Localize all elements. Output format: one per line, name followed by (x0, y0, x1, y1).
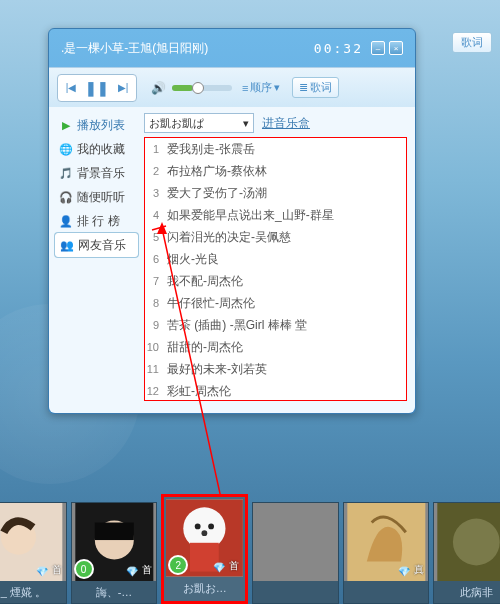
next-button[interactable]: ▶| (112, 77, 134, 99)
avatar-name (344, 581, 429, 603)
volume-icon[interactable]: 🔊 (151, 81, 166, 95)
avatar-count: 首 (142, 563, 152, 577)
svg-point-17 (453, 519, 500, 566)
svg-point-12 (202, 530, 208, 536)
song-index: 11 (145, 363, 163, 375)
play-icon: ▶ (59, 118, 73, 132)
controls-bar: |◀ ❚❚ ▶| 🔊 ≡ 顺序 ▾ ≣ 歌词 (49, 67, 415, 107)
song-title: 如果爱能早点说出来_山野-群星 (163, 207, 406, 224)
song-index: 3 (145, 187, 163, 199)
song-row[interactable]: 6烟火-光良 (145, 248, 406, 270)
avatar-image: 0💎首 (72, 503, 157, 581)
avatar-card[interactable]: 💎首_ 煙婲 。 (0, 502, 67, 604)
svg-rect-14 (256, 503, 334, 581)
avatar-count: 首 (229, 559, 239, 573)
avatar-count: 真 (414, 563, 424, 577)
sidebar-item-4[interactable]: 👥网友音乐 (55, 233, 138, 257)
song-title: 我不配-周杰伦 (163, 273, 406, 290)
song-title: 苦茶 (插曲) -黑Girl 棒棒 堂 (163, 317, 406, 334)
avatar-card[interactable]: 2💎首お凱お… (161, 494, 248, 604)
sidebar-header-playlist[interactable]: ▶ 播放列表 (55, 113, 138, 137)
avatar-image: 2💎首 (166, 499, 243, 577)
song-index: 12 (145, 385, 163, 397)
song-index: 1 (145, 143, 163, 155)
song-title: 闪着泪光的决定-吴佩慈 (163, 229, 406, 246)
avatar-count: 首 (52, 563, 62, 577)
avatar-name: 此病非 (434, 581, 500, 603)
svg-point-10 (195, 524, 201, 530)
sidebar: ▶ 播放列表 🌐我的收藏🎵背景音乐🎧随便听听👤排 行 榜👥网友音乐 (49, 107, 144, 413)
song-row[interactable]: 1爱我别走-张震岳 (145, 138, 406, 160)
svg-point-11 (209, 524, 215, 530)
sidebar-icon: 🎵 (59, 166, 73, 180)
lyric-button[interactable]: ≣ 歌词 (292, 77, 339, 98)
play-pause-button[interactable]: ❚❚ (84, 77, 110, 99)
avatar-image (434, 503, 500, 581)
titlebar: .是一棵小草-王旭(旭日阳刚) 00:32 – × (49, 29, 415, 67)
volume-slider[interactable] (172, 85, 232, 91)
sidebar-icon: 👥 (60, 238, 74, 252)
sidebar-item-label: 排 行 榜 (77, 213, 120, 230)
avatar-card[interactable]: 0💎首誨、-… (71, 502, 158, 604)
sidebar-item-1[interactable]: 🎵背景音乐 (55, 161, 138, 185)
sidebar-item-label: 网友音乐 (78, 237, 126, 254)
gem-icon: 💎 (36, 566, 48, 577)
avatar-image (253, 503, 338, 581)
song-index: 6 (145, 253, 163, 265)
play-time: 00:32 (314, 41, 363, 56)
song-index: 8 (145, 297, 163, 309)
song-title: 爱大了受伤了-汤潮 (163, 185, 406, 202)
song-index: 2 (145, 165, 163, 177)
song-title: 布拉格广场-蔡依林 (163, 163, 406, 180)
sidebar-item-2[interactable]: 🎧随便听听 (55, 185, 138, 209)
song-row[interactable]: 5闪着泪光的决定-吴佩慈 (145, 226, 406, 248)
music-box-link[interactable]: 进音乐盒 (262, 115, 310, 132)
avatar-card[interactable]: 此病非 (433, 502, 500, 604)
song-title: 甜甜的-周杰伦 (163, 339, 406, 356)
lyric-side-button[interactable]: 歌词 (452, 32, 492, 53)
avatar-name: お凱お… (166, 577, 243, 599)
sidebar-item-0[interactable]: 🌐我的收藏 (55, 137, 138, 161)
avatar-card[interactable]: 💎真 (343, 502, 430, 604)
song-title: 爱我别走-张震岳 (163, 141, 406, 158)
user-dropdown[interactable]: お凱お凱ぱ ▾ (144, 113, 254, 133)
avatar-image: 💎首 (0, 503, 66, 581)
chevron-down-icon: ▾ (274, 81, 280, 94)
song-title: 彩虹-周杰伦 (163, 383, 406, 400)
avatar-card[interactable] (252, 502, 339, 604)
song-index: 5 (145, 231, 163, 243)
song-row[interactable]: 7我不配-周杰伦 (145, 270, 406, 292)
chevron-down-icon: ▾ (243, 117, 249, 130)
song-row[interactable]: 9苦茶 (插曲) -黑Girl 棒棒 堂 (145, 314, 406, 336)
song-row[interactable]: 3爱大了受伤了-汤潮 (145, 182, 406, 204)
song-row[interactable]: 11最好的未来-刘若英 (145, 358, 406, 380)
avatar-row: 💎首_ 煙婲 。0💎首誨、-…2💎首お凱お…💎真此病非 (0, 494, 500, 604)
prev-button[interactable]: |◀ (60, 77, 82, 99)
song-row[interactable]: 10甜甜的-周杰伦 (145, 336, 406, 358)
minimize-button[interactable]: – (371, 41, 385, 55)
sidebar-item-3[interactable]: 👤排 行 榜 (55, 209, 138, 233)
sidebar-item-label: 随便听听 (77, 189, 125, 206)
song-index: 7 (145, 275, 163, 287)
song-title: 烟火-光良 (163, 251, 406, 268)
close-button[interactable]: × (389, 41, 403, 55)
song-row[interactable]: 2布拉格广场-蔡依林 (145, 160, 406, 182)
sidebar-item-label: 背景音乐 (77, 165, 125, 182)
song-index: 9 (145, 319, 163, 331)
sidebar-icon: 🎧 (59, 190, 73, 204)
play-mode-dropdown[interactable]: ≡ 顺序 ▾ (242, 80, 280, 95)
avatar-name: _ 煙婲 。 (0, 581, 66, 603)
song-row[interactable]: 8牛仔很忙-周杰伦 (145, 292, 406, 314)
gem-icon: 💎 (213, 562, 225, 573)
song-list: 1爱我别走-张震岳2布拉格广场-蔡依林3爱大了受伤了-汤潮4如果爱能早点说出来_… (144, 137, 407, 401)
gem-icon: 💎 (398, 566, 410, 577)
song-index: 10 (145, 341, 163, 353)
song-row[interactable]: 4如果爱能早点说出来_山野-群星 (145, 204, 406, 226)
song-row[interactable]: 12彩虹-周杰伦 (145, 380, 406, 401)
lyric-icon: ≣ (299, 81, 308, 94)
now-playing-title: .是一棵小草-王旭(旭日阳刚) (61, 40, 314, 57)
avatar-name (253, 581, 338, 603)
svg-rect-7 (94, 523, 133, 541)
sidebar-icon: 👤 (59, 214, 73, 228)
gem-icon: 💎 (126, 566, 138, 577)
